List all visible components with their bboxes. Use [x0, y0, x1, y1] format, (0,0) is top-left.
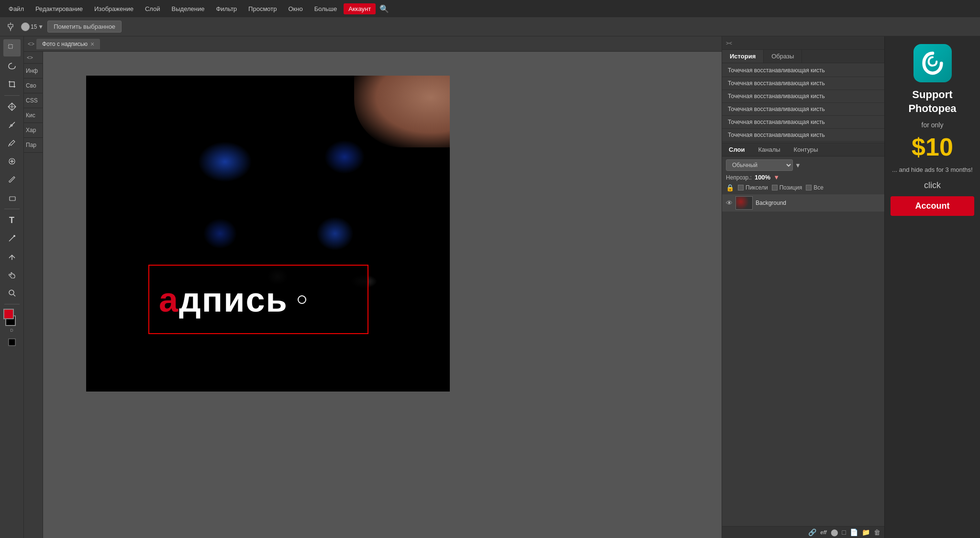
menu-view[interactable]: Просмотр — [244, 3, 281, 14]
selection-tool[interactable] — [3, 39, 21, 56]
move-tool-btn[interactable] — [4, 20, 17, 34]
layers-bottom-bar: 🔗 eff ⬤ □ 📄 📁 🗑 — [722, 526, 884, 538]
layer-visibility-icon[interactable]: 👁 — [726, 199, 733, 207]
text-letter-a: а — [159, 280, 179, 319]
lasso-tool[interactable] — [3, 57, 21, 75]
opacity-value[interactable]: 100% — [755, 174, 770, 181]
opacity-label: Непрозр.: — [726, 174, 752, 181]
menu-image[interactable]: Изображение — [89, 3, 138, 14]
new-group-icon[interactable]: □ — [842, 528, 846, 536]
canvas-text-box[interactable]: адпись — [148, 265, 368, 334]
mark-selected-button[interactable]: Пометить выбранное — [47, 21, 122, 33]
tool-separator-2 — [4, 209, 20, 209]
photopea-logo — [913, 44, 952, 82]
menu-bar: Файл Редактирование Изображение Слой Выд… — [0, 0, 980, 17]
svg-point-7 — [13, 235, 15, 237]
blend-mode-select[interactable]: Обычный — [726, 159, 793, 171]
lock-pixels-check[interactable]: Пиксели — [738, 184, 768, 191]
color-swatches[interactable] — [3, 309, 21, 326]
tab-history[interactable]: История — [722, 50, 764, 63]
zoom-tool[interactable] — [3, 284, 21, 302]
menu-layer[interactable]: Слой — [140, 3, 165, 14]
panel-top-header: >< — [722, 36, 884, 50]
history-item[interactable]: Точечная восстанавливающая кисть — [722, 103, 884, 116]
text-tool[interactable]: T — [3, 212, 21, 229]
effects-icon[interactable]: eff — [820, 529, 826, 535]
menu-account[interactable]: Аккаунт — [344, 3, 376, 14]
hand-tool[interactable] — [3, 266, 21, 283]
menu-file[interactable]: Файл — [4, 3, 29, 14]
layer-thumbnail — [735, 196, 753, 210]
lock-all-check[interactable]: Все — [806, 184, 824, 191]
position-checkbox[interactable] — [772, 185, 778, 191]
ad-panel: Support Photopea for only $10 ... and hi… — [884, 36, 980, 538]
side-tab-brush[interactable]: Кис — [24, 108, 43, 123]
history-item[interactable]: Точечная восстанавливающая кисть — [722, 64, 884, 77]
tab-contours[interactable]: Контуры — [787, 143, 825, 156]
opacity-row: Непрозр.: 100% ▼ — [726, 174, 880, 181]
history-item[interactable]: Точечная восстанавливающая кисть — [722, 116, 884, 129]
crop-tool[interactable] — [3, 76, 21, 93]
history-list: Точечная восстанавливающая кисть Точечна… — [722, 63, 884, 143]
tab-channels[interactable]: Каналы — [751, 143, 787, 156]
link-layers-icon[interactable]: 🔗 — [808, 528, 816, 536]
brush-tool[interactable] — [3, 171, 21, 188]
brush-size-indicator[interactable]: 15 ▼ — [21, 22, 44, 31]
menu-window[interactable]: Окно — [283, 3, 307, 14]
text-rest: дпись — [179, 280, 288, 319]
search-icon[interactable]: 🔍 — [379, 4, 389, 13]
tab-close-button[interactable]: × — [90, 41, 94, 47]
canvas-area[interactable]: <> Инф Сво CSS Кис Хар Пар адпись — [24, 52, 722, 538]
panel-toggle-left[interactable]: <> — [24, 52, 43, 64]
history-item[interactable]: Точечная восстанавливающая кисть — [722, 129, 884, 142]
history-item[interactable]: Точечная восстанавливающая кисть — [722, 77, 884, 90]
canvas-image[interactable]: адпись — [86, 76, 450, 392]
side-tab-props[interactable]: Сво — [24, 78, 43, 93]
menu-filter[interactable]: Фильтр — [211, 3, 242, 14]
new-layer-icon[interactable]: 📄 — [850, 528, 858, 536]
document-tab[interactable]: Фото с надписью × — [36, 39, 100, 49]
move-tool[interactable] — [3, 98, 21, 115]
pixels-checkbox[interactable] — [738, 185, 744, 191]
all-checkbox[interactable] — [806, 185, 812, 191]
layer-row-background[interactable]: 👁 Background — [722, 194, 884, 212]
side-tab-info[interactable]: Инф — [24, 64, 43, 78]
tab-collapse-left[interactable]: <> — [26, 39, 36, 49]
ad-price: $10 — [912, 134, 953, 159]
layer-name: Background — [756, 200, 786, 206]
color-labels: D — [10, 328, 13, 333]
history-item[interactable]: Точечная восстанавливающая кисть — [722, 90, 884, 103]
toolbar: 15 ▼ Пометить выбранное — [0, 17, 980, 36]
svg-line-10 — [13, 294, 15, 296]
menu-edit[interactable]: Редактирование — [31, 3, 88, 14]
foreground-color-swatch[interactable] — [3, 309, 14, 319]
panel-toggle-right[interactable]: >< — [726, 40, 732, 46]
svg-rect-11 — [9, 339, 15, 346]
side-tab-char[interactable]: Хар — [24, 123, 43, 138]
eraser-tool[interactable] — [3, 189, 21, 206]
gradient-tool[interactable] — [3, 230, 21, 247]
black-square-tool[interactable] — [3, 334, 21, 351]
side-tab-css[interactable]: CSS — [24, 93, 43, 108]
folder-icon[interactable]: 📁 — [862, 528, 870, 536]
healing-tool[interactable] — [3, 153, 21, 170]
blend-mode-dropdown-icon[interactable]: ▼ — [795, 162, 801, 169]
lock-position-check[interactable]: Позиция — [772, 184, 802, 191]
side-tab-par[interactable]: Пар — [24, 138, 43, 153]
transform-tool[interactable] — [3, 248, 21, 265]
tab-layers[interactable]: Слои — [722, 143, 751, 156]
menu-more[interactable]: Больше — [310, 3, 342, 14]
eyedropper-tool[interactable] — [3, 134, 21, 152]
opacity-dropdown-icon[interactable]: ▼ — [773, 174, 780, 181]
history-tabs: История Образы — [722, 50, 884, 63]
circle-icon[interactable]: ⬤ — [831, 528, 838, 536]
brush-size-dropdown-icon[interactable]: ▼ — [38, 23, 44, 30]
history-panel: История Образы Точечная восстанавливающа… — [722, 50, 884, 143]
layers-section: Слои Каналы Контуры Обычный ▼ Непрозр.: … — [722, 143, 884, 538]
pen-tool[interactable] — [3, 116, 21, 134]
layers-empty-area — [722, 212, 884, 526]
delete-layer-icon[interactable]: 🗑 — [874, 528, 880, 536]
ad-account-button[interactable]: Account — [891, 196, 974, 216]
menu-selection[interactable]: Выделение — [167, 3, 210, 14]
tab-images[interactable]: Образы — [764, 50, 802, 63]
